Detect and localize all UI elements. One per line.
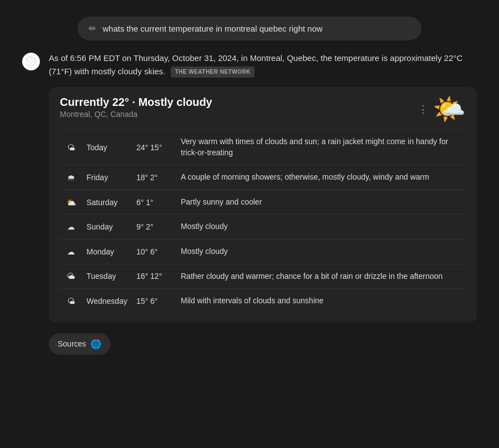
- forecast-temps: 24° 15°: [132, 130, 176, 165]
- forecast-day: Monday: [82, 239, 132, 264]
- forecast-temps: 15° 6°: [132, 289, 176, 313]
- forecast-day: Tuesday: [82, 264, 132, 289]
- forecast-icon: ⛅: [60, 190, 82, 215]
- weather-header-right: ⋮ 🌤️: [418, 96, 466, 123]
- table-row: ⛅ Saturday 6° 1° Partly sunny and cooler: [60, 190, 466, 215]
- forecast-day: Saturday: [82, 190, 132, 215]
- table-row: ☁ Monday 10° 6° Mostly cloudy: [60, 239, 466, 264]
- sources-button[interactable]: Sources 🌐: [49, 333, 110, 355]
- weather-title: Currently 22° · Mostly cloudy: [60, 96, 212, 109]
- edit-icon: ✏: [89, 23, 96, 34]
- forecast-description: Rather cloudy and warmer; chance for a b…: [176, 264, 466, 289]
- sources-label: Sources: [58, 339, 86, 348]
- weather-header: Currently 22° · Mostly cloudy Montreal, …: [60, 96, 466, 123]
- forecast-temps: 18° 2°: [132, 165, 176, 190]
- forecast-icon: 🌤: [60, 130, 82, 165]
- table-row: 🌤 Wednesday 15° 6° Mild with intervals o…: [60, 289, 466, 313]
- more-options-icon[interactable]: ⋮: [418, 103, 428, 115]
- forecast-temps: 6° 1°: [132, 190, 176, 215]
- ai-response-container: As of 6:56 PM EDT on Thursday, October 3…: [17, 52, 482, 357]
- forecast-day: Friday: [82, 165, 132, 190]
- ai-response-text: As of 6:56 PM EDT on Thursday, October 3…: [49, 53, 462, 76]
- forecast-icon: ☁: [60, 239, 82, 264]
- ai-text: As of 6:56 PM EDT on Thursday, October 3…: [49, 52, 477, 78]
- table-row: 🌧 Friday 18° 2° A couple of morning show…: [60, 165, 466, 190]
- weather-location: Montreal, QC, Canada: [60, 110, 212, 119]
- search-bar[interactable]: ✏ whats the current temperature in montr…: [78, 17, 421, 40]
- forecast-description: Partly sunny and cooler: [176, 190, 466, 215]
- search-query: whats the current temperature in montrea…: [103, 24, 323, 33]
- forecast-description: Mild with intervals of clouds and sunshi…: [176, 289, 466, 313]
- forecast-temps: 9° 2°: [132, 215, 176, 240]
- current-weather-icon: 🌤️: [432, 96, 466, 123]
- forecast-description: A couple of morning showers; otherwise, …: [176, 165, 466, 190]
- forecast-table: 🌤 Today 24° 15° Very warm with times of …: [60, 129, 466, 313]
- weather-title-group: Currently 22° · Mostly cloudy Montreal, …: [60, 96, 212, 119]
- ai-avatar: [22, 53, 40, 70]
- forecast-day: Sunday: [82, 215, 132, 240]
- forecast-description: Mostly cloudy: [176, 239, 466, 264]
- forecast-description: Mostly cloudy: [176, 215, 466, 240]
- globe-icon: 🌐: [90, 339, 101, 349]
- forecast-icon: 🌥: [60, 264, 82, 289]
- sources-section: Sources 🌐: [49, 331, 477, 357]
- table-row: ☁ Sunday 9° 2° Mostly cloudy: [60, 215, 466, 240]
- forecast-temps: 10° 6°: [132, 239, 176, 264]
- forecast-day: Wednesday: [82, 289, 132, 313]
- chat-container: ✏ whats the current temperature in montr…: [6, 11, 493, 363]
- ai-content: As of 6:56 PM EDT on Thursday, October 3…: [49, 52, 477, 357]
- weather-card: Currently 22° · Mostly cloudy Montreal, …: [49, 87, 477, 322]
- table-row: 🌥 Tuesday 16° 12° Rather cloudy and warm…: [60, 264, 466, 289]
- forecast-day: Today: [82, 130, 132, 165]
- forecast-icon: ☁: [60, 215, 82, 240]
- source-badge[interactable]: THE WEATHER NETWORK: [171, 67, 254, 78]
- forecast-temps: 16° 12°: [132, 264, 176, 289]
- forecast-icon: 🌧: [60, 165, 82, 190]
- forecast-description: Very warm with times of clouds and sun; …: [176, 130, 466, 165]
- forecast-icon: 🌤: [60, 289, 82, 313]
- table-row: 🌤 Today 24° 15° Very warm with times of …: [60, 130, 466, 165]
